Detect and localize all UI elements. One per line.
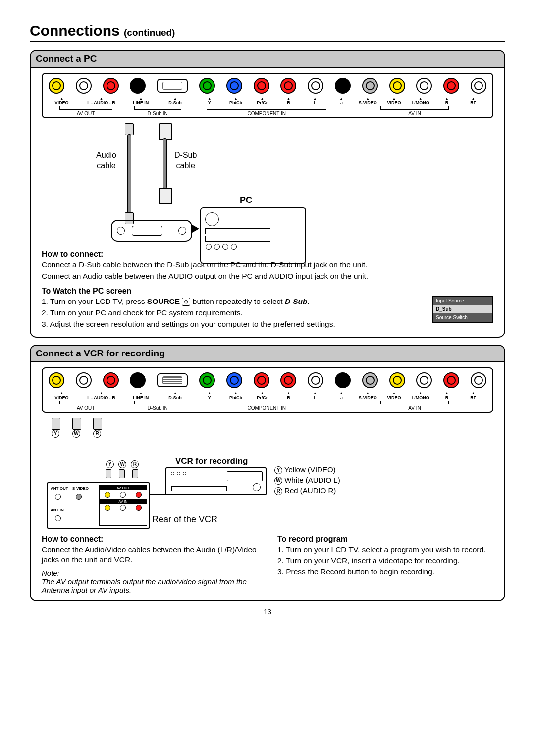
note-block: Note: The AV output terminals output the…: [42, 569, 258, 594]
jack-svideo: [362, 372, 378, 388]
audio-cable-icon: [127, 134, 131, 214]
pc-case-icon: [200, 207, 306, 264]
record-step-2: 2. Turn on your VCR, insert a videotape …: [277, 556, 493, 566]
rear-panel-pc: VIDEO L - AUDIO - R LINE IN D-Sub Y Pb/C…: [42, 73, 493, 118]
section-header-vcr: Connect a VCR for recording: [31, 346, 504, 362]
dsub-cable-label: D-Sub cable: [174, 151, 197, 171]
jack-line-in: [130, 78, 146, 94]
jack-hp: [335, 78, 351, 94]
section-header-pc: Connect a PC: [31, 51, 504, 68]
jack-r-in: [443, 78, 459, 94]
jack-video-out: [49, 372, 64, 388]
audio-cable-top-icon: [125, 123, 134, 135]
vcr-player-icon: [165, 467, 267, 495]
audio-cable-label: Audio cable: [96, 151, 116, 171]
jack-audio-l-out: [76, 78, 92, 94]
rca-y-bottom-icon: [106, 469, 111, 478]
jack-y: [199, 372, 215, 388]
jack-line-in: [130, 372, 146, 388]
title-rule: [30, 41, 505, 42]
jack-lmono-in: [416, 372, 432, 388]
jack-video-in: [389, 372, 405, 388]
vcr-label: VCR for recording: [175, 456, 248, 466]
page-title: Connections (continued): [30, 22, 505, 39]
panel-group-labels: AV OUT D-Sub IN COMPONENT IN AV IN: [49, 401, 486, 411]
watch-step-3: 3. Adjust the screen resolution and sett…: [42, 319, 427, 330]
jack-comp-l: [308, 78, 323, 94]
panel-group-labels: AV OUT D-Sub IN COMPONENT IN AV IN: [49, 106, 486, 116]
dsub-cable-icon: [163, 138, 167, 189]
jack-video-out: [49, 78, 64, 94]
jack-comp-r: [280, 78, 296, 94]
dsub-cable-bottom-icon: [159, 188, 172, 204]
page-number: 13: [30, 608, 505, 616]
watch-step-2: 2. Turn on your PC and check for PC syst…: [42, 308, 427, 318]
jack-rf: [471, 78, 486, 94]
jack-audio-r-out: [103, 78, 119, 94]
dsub-cable-top-icon: [159, 123, 172, 140]
rca-w-top-icon: [72, 418, 81, 430]
vcr-how-h: How to connect:: [42, 535, 258, 544]
source-button-icon: ⊕: [182, 298, 190, 306]
jack-hp: [335, 372, 351, 388]
rca-r-top-icon: [93, 418, 102, 430]
watch-step-1: 1. Turn on your LCD TV, press SOURCE ⊕ b…: [42, 297, 427, 307]
jack-pbcb: [226, 372, 242, 388]
jack-comp-r: [280, 372, 296, 388]
rear-panel-vcr: VIDEO L - AUDIO - R LINE IN D-Sub Y Pb/C…: [42, 367, 493, 413]
jack-r-in: [443, 372, 459, 388]
jack-video-in: [389, 78, 405, 94]
jack-y: [199, 78, 215, 94]
record-h: To record program: [277, 535, 493, 544]
panel-labels: VIDEO L - AUDIO - R LINE IN D-Sub Y Pb/C…: [49, 97, 486, 105]
record-step-1: 1. Turn on your LCD TV, select a program…: [277, 545, 493, 555]
jack-pbcb: [226, 78, 242, 94]
section-connect-pc: Connect a PC: [30, 50, 505, 338]
pc-back-port-panel-icon: [111, 220, 192, 242]
title-main: Connections: [30, 22, 120, 39]
input-source-osd: Input Source D_Sub Source Switch: [432, 296, 493, 323]
pc-connection-diagram: Audio cable D-Sub cable PC: [42, 123, 493, 247]
jack-prcr: [254, 372, 269, 388]
jack-prcr: [254, 78, 269, 94]
record-step-3: 3. Press the Record button to begin reco…: [277, 567, 493, 577]
jack-comp-l: [308, 372, 323, 388]
rca-w-bottom-icon: [119, 469, 125, 478]
note-text: The AV output terminals output the audio…: [42, 577, 258, 594]
panel-labels: VIDEO L - AUDIO - R LINE IN D-Sub Y Pb/C…: [49, 391, 486, 400]
rca-y-top-icon: [52, 418, 60, 430]
section-connect-vcr: Connect a VCR for recording: [30, 345, 505, 602]
jack-rf: [471, 372, 486, 388]
vcr-connection-diagram: Y W R Y W R ANT OUT S-VIDEO ANT IN AV O: [42, 418, 493, 532]
title-continued: (continued): [124, 27, 175, 38]
leader-line-icon: [150, 494, 166, 495]
how-line-2: Connect an Audio cable between the AUDIO…: [42, 271, 493, 282]
jack-dsub: [157, 79, 188, 93]
jack-lmono-in: [416, 78, 432, 94]
vcr-how-text: Connect the Audio/Video cables between t…: [42, 545, 258, 565]
rear-of-vcr-label: Rear of the VCR: [152, 514, 217, 525]
jack-audio-r-out: [103, 372, 119, 388]
watch-h: To Watch the PC screen: [42, 287, 493, 296]
leader-arrow-icon: [192, 225, 199, 233]
jack-dsub: [157, 373, 188, 387]
rca-r-bottom-icon: [132, 469, 138, 478]
vcr-rear-panel-icon: ANT OUT S-VIDEO ANT IN AV OUT AV IN: [47, 482, 150, 529]
jack-svideo: [362, 78, 378, 94]
cable-color-legend: Y Yellow (VIDEO) W White (AUDIO L) R Red…: [274, 464, 340, 496]
jack-audio-l-out: [76, 372, 92, 388]
note-label: Note:: [42, 569, 258, 577]
pc-label: PC: [240, 195, 252, 206]
